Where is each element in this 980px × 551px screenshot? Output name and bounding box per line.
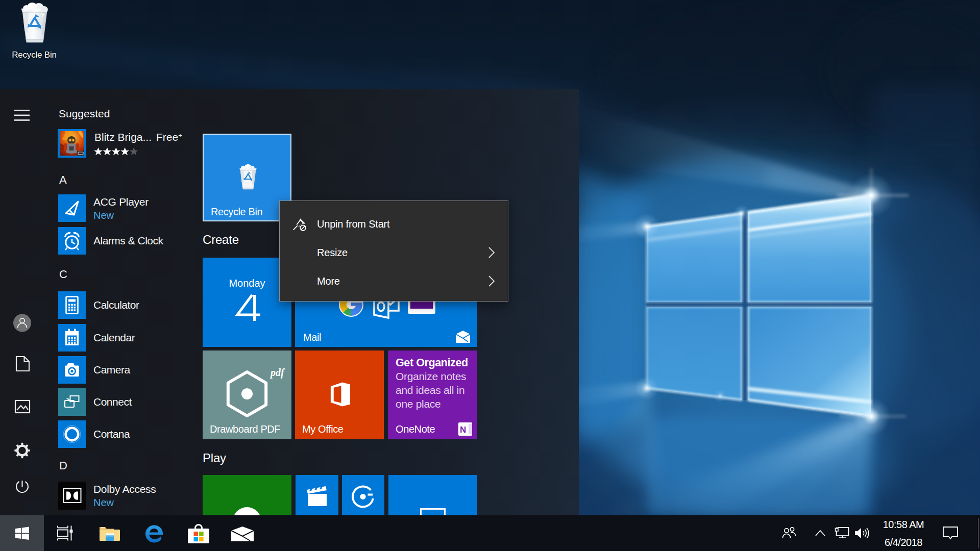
- svg-text:N: N: [460, 425, 466, 435]
- svg-text:pdf: pdf: [270, 367, 285, 379]
